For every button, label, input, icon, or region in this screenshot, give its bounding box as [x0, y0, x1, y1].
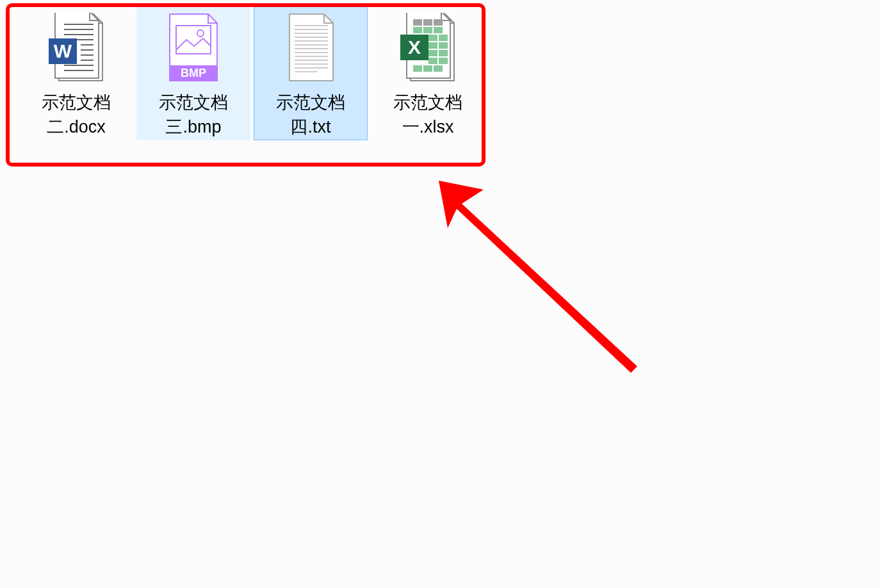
file-label: 示范文档 一.xlsx [393, 91, 462, 140]
text-document-icon [282, 13, 339, 82]
svg-text:BMP: BMP [181, 67, 206, 79]
svg-rect-37 [434, 19, 443, 26]
svg-rect-36 [423, 19, 432, 26]
excel-spreadsheet-icon: X [399, 13, 457, 82]
svg-rect-35 [413, 19, 422, 26]
bmp-image-icon: BMP [165, 13, 222, 82]
file-grid: W 示范文档 二.docx BMP 示范文档 三.bmp [19, 6, 485, 140]
svg-text:W: W [54, 40, 72, 61]
svg-rect-51 [434, 65, 443, 72]
svg-rect-47 [428, 58, 437, 64]
svg-text:X: X [408, 37, 421, 58]
file-item-bmp[interactable]: BMP 示范文档 三.bmp [136, 6, 250, 140]
svg-marker-54 [439, 181, 637, 373]
svg-rect-40 [434, 27, 443, 33]
svg-rect-50 [423, 65, 432, 72]
svg-rect-49 [413, 65, 422, 72]
svg-rect-43 [428, 42, 437, 49]
svg-rect-39 [423, 27, 432, 33]
word-document-icon: W [47, 13, 105, 82]
file-label: 示范文档 四.txt [276, 91, 345, 140]
svg-rect-38 [413, 27, 422, 33]
svg-rect-42 [439, 35, 448, 41]
file-item-txt[interactable]: 示范文档 四.txt [254, 6, 368, 140]
svg-rect-41 [428, 35, 437, 41]
svg-rect-45 [428, 50, 437, 56]
svg-rect-44 [439, 42, 448, 49]
file-item-xlsx[interactable]: X 示范文档 一.xlsx [371, 6, 485, 140]
svg-rect-48 [439, 58, 448, 64]
file-label: 示范文档 三.bmp [159, 91, 228, 140]
svg-rect-46 [439, 50, 448, 56]
file-label: 示范文档 二.docx [42, 91, 111, 140]
svg-marker-19 [289, 14, 333, 81]
arrow-annotation-icon [439, 181, 644, 373]
file-item-docx[interactable]: W 示范文档 二.docx [19, 6, 133, 140]
